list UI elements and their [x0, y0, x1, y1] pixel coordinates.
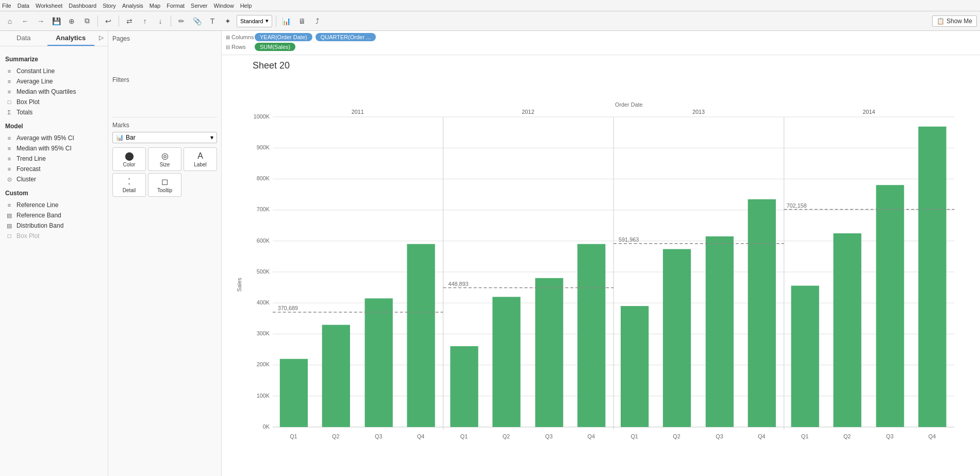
ylabel-200: 200K: [257, 361, 270, 367]
qlabel-2013-q3: Q3: [716, 433, 723, 439]
main-layout: Data Analytics ▷ Summarize ≡ Constant Li…: [0, 31, 980, 476]
menu-data[interactable]: Data: [18, 3, 29, 9]
tooltip-button[interactable]: ◻ Tooltip: [148, 173, 181, 197]
ylabel-800: 800K: [257, 175, 270, 181]
bar-2013-q2: [663, 249, 691, 427]
menu-help[interactable]: Help: [240, 3, 252, 9]
menu-story[interactable]: Story: [103, 3, 116, 9]
swap-icon[interactable]: ⇄: [123, 14, 136, 28]
dropdown-arrow-icon: ▾: [265, 18, 269, 24]
rows-icon: ⊟: [226, 44, 230, 50]
sep2: [119, 15, 119, 27]
columns-row: ⊞ Columns YEAR(Order Date) QUARTER(Order…: [226, 33, 976, 41]
sep4: [276, 15, 276, 27]
qlabel-2013-q2: Q2: [673, 433, 680, 439]
item-box-plot-summarize[interactable]: □ Box Plot: [3, 97, 105, 107]
item-median-95ci[interactable]: ≡ Median with 95% CI: [3, 143, 105, 154]
item-constant-line[interactable]: ≡ Constant Line: [3, 66, 105, 76]
label-label: Label: [194, 162, 206, 167]
summarize-label: Summarize: [5, 56, 105, 63]
bar-2011-q3: [365, 298, 393, 427]
share-icon[interactable]: ⤴: [311, 14, 324, 28]
average-line-icon: ≡: [5, 78, 13, 84]
cluster-icon: ⊙: [5, 176, 13, 183]
ylabel-300: 300K: [257, 330, 270, 336]
save-icon[interactable]: 💾: [49, 14, 63, 28]
totals-label: Totals: [16, 109, 32, 116]
fit-icon[interactable]: ✦: [221, 14, 235, 28]
tab-data[interactable]: Data: [0, 31, 47, 46]
menu-file[interactable]: File: [2, 3, 11, 9]
bar-2011-q4: [407, 244, 435, 427]
pages-label: Pages: [112, 35, 217, 42]
annotation-2012: 448,893: [448, 281, 468, 287]
item-distribution-band[interactable]: ▤ Distribution Band: [3, 220, 105, 231]
panel-collapse-icon[interactable]: ▷: [94, 31, 108, 44]
back-icon[interactable]: ←: [19, 14, 32, 28]
tooltip-icon[interactable]: 📎: [190, 14, 204, 28]
item-trend-line[interactable]: ≡ Trend Line: [3, 154, 105, 164]
menu-server[interactable]: Server: [191, 3, 207, 9]
highlight-icon[interactable]: ✏: [175, 14, 188, 28]
undo-icon[interactable]: ↩: [102, 14, 115, 28]
average-line-label: Average Line: [16, 78, 53, 85]
qlabel-2011-q2: Q2: [332, 433, 339, 439]
x-axis-title: Order Date: [615, 101, 643, 108]
reference-band-icon: ▤: [5, 212, 13, 219]
home-icon[interactable]: ⌂: [3, 14, 16, 28]
menu-map[interactable]: Map: [150, 3, 160, 9]
bar-2011-q2: [322, 325, 350, 427]
item-reference-band[interactable]: ▤ Reference Band: [3, 210, 105, 220]
bar-chart-icon: 📊: [116, 134, 124, 141]
label-button[interactable]: A Label: [184, 147, 217, 171]
qlabel-2014-q2: Q2: [843, 433, 851, 439]
color-icon: ⬤: [125, 151, 134, 161]
bar-2012-q2: [492, 297, 520, 427]
left-tabs: Data Analytics ▷: [0, 31, 108, 46]
duplicate-icon[interactable]: ⧉: [80, 14, 94, 28]
menu-format[interactable]: Format: [167, 3, 185, 9]
item-forecast[interactable]: ≡ Forecast: [3, 164, 105, 174]
color-button[interactable]: ⬤ Color: [112, 147, 146, 171]
item-avg-95ci[interactable]: ≡ Average with 95% CI: [3, 133, 105, 143]
monitor-icon[interactable]: 🖥: [295, 14, 309, 28]
show-me-button[interactable]: 📋 Show Me: [932, 15, 977, 27]
menu-analysis[interactable]: Analysis: [122, 3, 143, 9]
detail-icon: ⁚: [128, 177, 130, 186]
rows-text: Rows: [231, 44, 246, 50]
toolbar: ⌂ ← → 💾 ⊕ ⧉ ↩ ⇄ ↑ ↓ ✏ 📎 T ✦ Standard ▾ 📊…: [0, 11, 980, 31]
chart-type-icon[interactable]: 📊: [280, 14, 293, 28]
forward-icon[interactable]: →: [34, 14, 47, 28]
item-reference-line[interactable]: ≡ Reference Line: [3, 200, 105, 210]
menu-dashboard[interactable]: Dashboard: [69, 3, 96, 9]
marks-type-dropdown[interactable]: 📊 Bar ▾: [112, 132, 217, 143]
ylabel-900: 900K: [257, 144, 270, 150]
label-icon[interactable]: T: [206, 14, 219, 28]
trend-line-icon: ≡: [5, 156, 13, 162]
qlabel-2011-q1: Q1: [290, 433, 297, 439]
bar-2012-q3: [535, 278, 563, 427]
sum-sales-pill[interactable]: SUM(Sales): [255, 43, 295, 51]
qlabel-2011-q3: Q3: [375, 433, 382, 439]
menu-worksheet[interactable]: Worksheet: [36, 3, 62, 9]
quarter-pill[interactable]: QUARTER(Order ...: [315, 33, 376, 41]
annotation-2014: 702,158: [787, 202, 807, 209]
bar-2011-q1: [280, 359, 308, 427]
standard-dropdown[interactable]: Standard ▾: [237, 15, 272, 27]
new-datasource-icon[interactable]: ⊕: [65, 14, 78, 28]
item-median-quartiles[interactable]: ≡ Median with Quartiles: [3, 87, 105, 97]
bar-2012-q1: [450, 346, 478, 427]
size-button[interactable]: ◎ Size: [148, 147, 181, 171]
tab-analytics[interactable]: Analytics: [47, 31, 95, 46]
sort-desc-icon[interactable]: ↓: [154, 14, 167, 28]
chart-svg: Sales Order Date: [232, 73, 970, 466]
year-2011: 2011: [352, 109, 364, 115]
item-average-line[interactable]: ≡ Average Line: [3, 76, 105, 87]
item-cluster[interactable]: ⊙ Cluster: [3, 174, 105, 184]
menu-window[interactable]: Window: [214, 3, 234, 9]
bar-2014-q1: [791, 286, 819, 427]
item-totals[interactable]: Σ Totals: [3, 107, 105, 117]
detail-button[interactable]: ⁚ Detail: [112, 173, 146, 197]
year-pill[interactable]: YEAR(Order Date): [255, 33, 312, 41]
sort-asc-icon[interactable]: ↑: [138, 14, 152, 28]
